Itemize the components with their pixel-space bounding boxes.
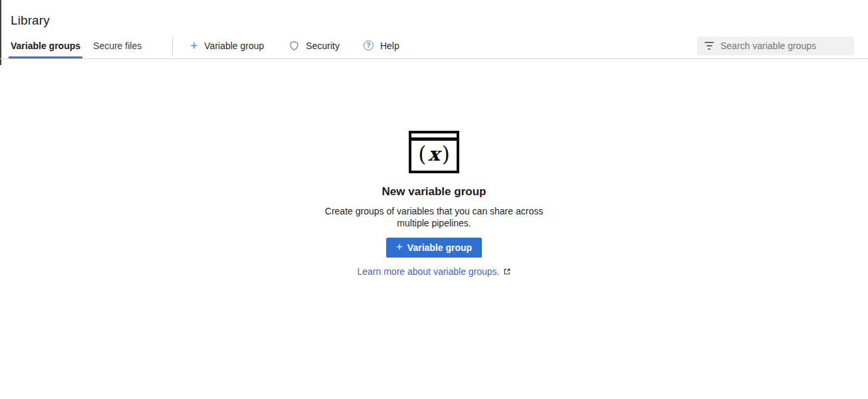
help-icon: ? [364,40,374,50]
security-command[interactable]: Security [289,40,340,51]
empty-state: (x) New variable group Create groups of … [0,131,868,277]
learn-more-link-label: Learn more about variable groups. [357,266,499,277]
toolbar-divider [172,37,173,55]
variable-group-icon: (x) [409,131,459,173]
plus-icon: + [190,41,197,50]
learn-more-link[interactable]: Learn more about variable groups. [0,266,868,277]
empty-state-description: Create groups of variables that you can … [324,205,544,229]
search-input[interactable] [720,40,847,51]
variable-group-icon-titlebar [411,133,457,137]
add-variable-group-label: Variable group [204,40,264,51]
new-variable-group-button-label: Variable group [407,242,472,253]
external-link-icon [503,268,511,276]
active-tab-underline [9,56,82,58]
filter-icon [704,42,714,50]
tab-variable-groups[interactable]: Variable groups [11,33,80,58]
tab-secure-files[interactable]: Secure files [93,33,142,58]
plus-icon: + [396,242,403,252]
add-variable-group-command[interactable]: + Variable group [190,40,264,51]
tab-bar: Variable groups Secure files + Variable … [0,33,868,59]
tab-variable-groups-label: Variable groups [11,40,80,51]
shield-icon [289,40,299,51]
help-command[interactable]: ? Help [364,40,399,51]
tab-secure-files-label: Secure files [93,40,142,51]
variable-group-icon-body: (x) [411,141,457,171]
search-box[interactable] [697,37,854,55]
page-header: Library [0,0,868,28]
help-label: Help [380,40,399,51]
new-variable-group-button[interactable]: + Variable group [386,238,482,258]
empty-state-title: New variable group [0,185,868,199]
page-title: Library [11,13,857,28]
security-label: Security [306,40,340,51]
